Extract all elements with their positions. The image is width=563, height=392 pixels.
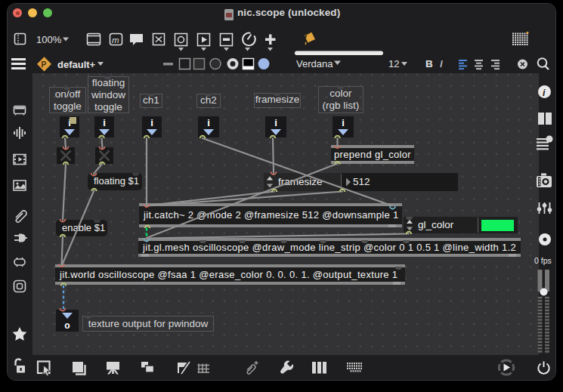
svg-text:I: I xyxy=(440,58,443,69)
svg-text:i: i xyxy=(543,88,546,98)
svg-text:0 fps: 0 fps xyxy=(534,256,552,265)
svg-text:Verdana: Verdana xyxy=(296,58,333,69)
svg-text:P: P xyxy=(42,60,47,69)
svg-text:default+: default+ xyxy=(57,59,96,70)
svg-text:B: B xyxy=(425,58,433,69)
svg-text:m: m xyxy=(112,35,119,45)
svg-text:12: 12 xyxy=(388,58,399,69)
svg-text:100%: 100% xyxy=(36,34,62,45)
